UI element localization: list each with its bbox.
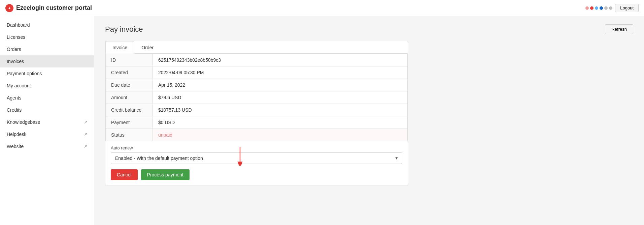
field-label-id: ID bbox=[106, 54, 153, 66]
table-row-amount: Amount $79.6 USD bbox=[106, 91, 408, 104]
page-header: Pay invoice Refresh bbox=[105, 24, 633, 34]
sidebar-label-credits: Credits bbox=[7, 107, 22, 113]
annotation-arrow bbox=[233, 145, 260, 166]
brand: ● Ezeelogin customer portal bbox=[5, 4, 92, 12]
sidebar-item-my-account[interactable]: My account bbox=[0, 80, 94, 92]
sidebar-label-helpdesk: Helpdesk bbox=[7, 132, 26, 137]
field-label-amount: Amount bbox=[106, 91, 153, 104]
topnav-right: Logout bbox=[585, 4, 639, 12]
sidebar-item-knowledgebase[interactable]: Knowledgebase ↗ bbox=[0, 116, 94, 128]
dot-2 bbox=[590, 6, 594, 10]
table-row-due-date: Due date Apr 15, 2022 bbox=[106, 79, 408, 91]
table-row-credit-balance: Credit balance $10757.13 USD bbox=[106, 104, 408, 116]
sidebar-label-knowledgebase: Knowledgebase bbox=[7, 119, 40, 125]
dot-5 bbox=[604, 6, 608, 10]
dot-3 bbox=[595, 6, 598, 10]
brand-name: Ezeelogin customer portal bbox=[16, 4, 92, 11]
invoice-card: Invoice Order ID 625175492343b02e8b50b9c… bbox=[105, 41, 408, 186]
tab-order[interactable]: Order bbox=[134, 41, 161, 54]
layout: Dashboard Licenses Orders Invoices Payme… bbox=[0, 16, 644, 225]
dot-6 bbox=[609, 6, 612, 10]
nav-dots bbox=[585, 6, 612, 10]
sidebar-item-credits[interactable]: Credits bbox=[0, 104, 94, 116]
sidebar-label-licenses: Licenses bbox=[7, 34, 25, 40]
dot-1 bbox=[585, 6, 589, 10]
page-title: Pay invoice bbox=[105, 25, 143, 34]
external-link-icon-helpdesk: ↗ bbox=[84, 132, 87, 137]
sidebar-label-my-account: My account bbox=[7, 83, 31, 88]
brand-logo: ● bbox=[5, 4, 13, 12]
table-row-created: Created 2022-04-09 05:30 PM bbox=[106, 66, 408, 79]
sidebar-item-website[interactable]: Website ↗ bbox=[0, 140, 94, 152]
sidebar-label-invoices: Invoices bbox=[7, 59, 24, 64]
field-value-created: 2022-04-09 05:30 PM bbox=[153, 66, 408, 79]
table-row-id: ID 625175492343b02e8b50b9c3 bbox=[106, 54, 408, 66]
process-payment-button[interactable]: Process payment bbox=[141, 169, 190, 180]
sidebar-label-payment-options: Payment options bbox=[7, 71, 42, 76]
topnav: ● Ezeelogin customer portal Logout bbox=[0, 0, 644, 16]
cancel-button[interactable]: Cancel bbox=[111, 169, 138, 180]
sidebar-item-helpdesk[interactable]: Helpdesk ↗ bbox=[0, 128, 94, 140]
dot-4 bbox=[600, 6, 603, 10]
tab-invoice[interactable]: Invoice bbox=[105, 41, 134, 54]
field-label-credit-balance: Credit balance bbox=[106, 104, 153, 116]
sidebar-item-dashboard[interactable]: Dashboard bbox=[0, 19, 94, 31]
external-link-icon-website: ↗ bbox=[84, 144, 87, 149]
invoice-table: ID 625175492343b02e8b50b9c3 Created 2022… bbox=[105, 54, 408, 141]
sidebar: Dashboard Licenses Orders Invoices Payme… bbox=[0, 16, 94, 225]
sidebar-item-licenses[interactable]: Licenses bbox=[0, 31, 94, 43]
sidebar-label-website: Website bbox=[7, 144, 24, 149]
field-value-id: 625175492343b02e8b50b9c3 bbox=[153, 54, 408, 66]
sidebar-label-orders: Orders bbox=[7, 47, 21, 52]
sidebar-item-agents[interactable]: Agents bbox=[0, 92, 94, 104]
button-row: Cancel Process payment bbox=[105, 164, 408, 186]
table-row-status: Status unpaid bbox=[106, 129, 408, 141]
field-value-due-date: Apr 15, 2022 bbox=[153, 79, 408, 91]
main-content: Pay invoice Refresh Invoice Order ID 625… bbox=[94, 16, 644, 225]
field-label-due-date: Due date bbox=[106, 79, 153, 91]
sidebar-item-orders[interactable]: Orders bbox=[0, 43, 94, 55]
logout-button[interactable]: Logout bbox=[615, 4, 639, 12]
field-value-credit-balance: $10757.13 USD bbox=[153, 104, 408, 116]
table-row-payment: Payment $0 USD bbox=[106, 116, 408, 129]
sidebar-item-invoices[interactable]: Invoices bbox=[0, 55, 94, 67]
sidebar-label-agents: Agents bbox=[7, 95, 22, 101]
field-label-payment: Payment bbox=[106, 116, 153, 129]
refresh-button[interactable]: Refresh bbox=[605, 24, 633, 34]
sidebar-label-dashboard: Dashboard bbox=[7, 22, 30, 28]
sidebar-item-payment-options[interactable]: Payment options bbox=[0, 67, 94, 80]
status-badge: unpaid bbox=[158, 132, 172, 138]
field-value-amount: $79.6 USD bbox=[153, 91, 408, 104]
field-value-status: unpaid bbox=[153, 129, 408, 141]
tabs: Invoice Order bbox=[105, 41, 408, 54]
field-label-status: Status bbox=[106, 129, 153, 141]
field-value-payment: $0 USD bbox=[153, 116, 408, 129]
external-link-icon-knowledgebase: ↗ bbox=[84, 120, 87, 124]
field-label-created: Created bbox=[106, 66, 153, 79]
